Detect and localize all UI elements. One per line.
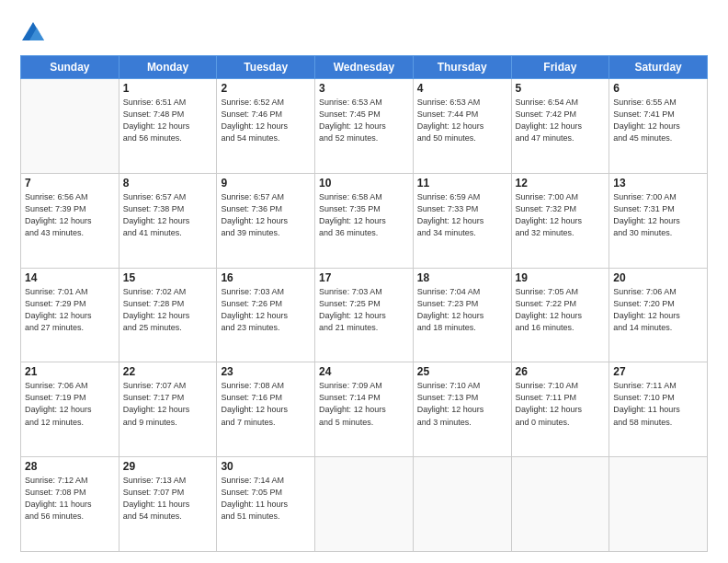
calendar-cell: 8Sunrise: 6:57 AMSunset: 7:38 PMDaylight…	[119, 173, 217, 268]
day-info: Sunrise: 7:05 AMSunset: 7:22 PMDaylight:…	[516, 286, 606, 334]
day-number: 21	[25, 365, 115, 378]
calendar-cell: 14Sunrise: 7:01 AMSunset: 7:29 PMDayligh…	[21, 268, 119, 362]
day-number: 18	[417, 271, 507, 284]
calendar-cell: 25Sunrise: 7:10 AMSunset: 7:13 PMDayligh…	[413, 362, 511, 457]
calendar-header-saturday: Saturday	[609, 56, 708, 79]
day-number: 12	[516, 177, 606, 190]
calendar-cell: 11Sunrise: 6:59 AMSunset: 7:33 PMDayligh…	[413, 173, 511, 268]
day-number: 8	[123, 177, 213, 190]
calendar-cell: 29Sunrise: 7:13 AMSunset: 7:07 PMDayligh…	[119, 457, 217, 552]
calendar-cell: 5Sunrise: 6:54 AMSunset: 7:42 PMDaylight…	[511, 79, 609, 174]
day-info: Sunrise: 6:57 AMSunset: 7:38 PMDaylight:…	[123, 191, 213, 239]
day-info: Sunrise: 7:10 AMSunset: 7:11 PMDaylight:…	[516, 380, 606, 428]
calendar-cell: 17Sunrise: 7:03 AMSunset: 7:25 PMDayligh…	[315, 268, 414, 362]
calendar-cell: 10Sunrise: 6:58 AMSunset: 7:35 PMDayligh…	[315, 173, 414, 268]
calendar-cell: 6Sunrise: 6:55 AMSunset: 7:41 PMDaylight…	[609, 79, 708, 174]
day-info: Sunrise: 7:06 AMSunset: 7:20 PMDaylight:…	[613, 286, 703, 334]
day-info: Sunrise: 7:09 AMSunset: 7:14 PMDaylight:…	[319, 380, 409, 428]
day-info: Sunrise: 6:53 AMSunset: 7:44 PMDaylight:…	[417, 97, 507, 144]
calendar-cell	[609, 457, 708, 552]
day-number: 16	[221, 271, 311, 284]
calendar-week-row: 7Sunrise: 6:56 AMSunset: 7:39 PMDaylight…	[21, 173, 708, 268]
day-info: Sunrise: 6:56 AMSunset: 7:39 PMDaylight:…	[25, 191, 115, 239]
day-info: Sunrise: 7:01 AMSunset: 7:29 PMDaylight:…	[25, 286, 115, 334]
day-info: Sunrise: 7:00 AMSunset: 7:32 PMDaylight:…	[516, 191, 606, 239]
day-number: 25	[417, 365, 507, 378]
calendar-table: SundayMondayTuesdayWednesdayThursdayFrid…	[20, 55, 708, 552]
day-info: Sunrise: 7:04 AMSunset: 7:23 PMDaylight:…	[417, 286, 507, 334]
calendar-cell: 26Sunrise: 7:10 AMSunset: 7:11 PMDayligh…	[511, 362, 609, 457]
day-number: 17	[319, 271, 409, 284]
day-number: 27	[613, 365, 703, 378]
calendar-cell: 21Sunrise: 7:06 AMSunset: 7:19 PMDayligh…	[21, 362, 119, 457]
day-number: 26	[516, 365, 606, 378]
day-info: Sunrise: 7:13 AMSunset: 7:07 PMDaylight:…	[123, 475, 213, 523]
day-number: 22	[123, 365, 213, 378]
day-number: 2	[221, 82, 311, 95]
calendar-week-row: 14Sunrise: 7:01 AMSunset: 7:29 PMDayligh…	[21, 268, 708, 362]
day-number: 20	[613, 271, 703, 284]
calendar-cell: 24Sunrise: 7:09 AMSunset: 7:14 PMDayligh…	[315, 362, 414, 457]
day-number: 10	[319, 177, 409, 190]
calendar-cell: 9Sunrise: 6:57 AMSunset: 7:36 PMDaylight…	[217, 173, 315, 268]
day-number: 24	[319, 365, 409, 378]
day-info: Sunrise: 7:10 AMSunset: 7:13 PMDaylight:…	[417, 380, 507, 428]
logo	[20, 20, 50, 46]
calendar-cell: 2Sunrise: 6:52 AMSunset: 7:46 PMDaylight…	[217, 79, 315, 174]
day-info: Sunrise: 7:11 AMSunset: 7:10 PMDaylight:…	[613, 380, 703, 428]
day-info: Sunrise: 6:59 AMSunset: 7:33 PMDaylight:…	[417, 191, 507, 239]
day-info: Sunrise: 7:12 AMSunset: 7:08 PMDaylight:…	[25, 475, 115, 523]
day-number: 4	[417, 82, 507, 95]
header	[20, 17, 708, 46]
calendar-cell: 3Sunrise: 6:53 AMSunset: 7:45 PMDaylight…	[315, 79, 414, 174]
calendar-cell	[21, 79, 119, 174]
day-number: 3	[319, 82, 409, 95]
day-info: Sunrise: 7:02 AMSunset: 7:28 PMDaylight:…	[123, 286, 213, 334]
day-info: Sunrise: 7:06 AMSunset: 7:19 PMDaylight:…	[25, 380, 115, 428]
calendar-week-row: 1Sunrise: 6:51 AMSunset: 7:48 PMDaylight…	[21, 79, 708, 174]
day-info: Sunrise: 7:14 AMSunset: 7:05 PMDaylight:…	[221, 475, 311, 523]
calendar-cell	[511, 457, 609, 552]
day-number: 30	[221, 460, 311, 473]
day-info: Sunrise: 6:54 AMSunset: 7:42 PMDaylight:…	[516, 97, 606, 144]
calendar-cell: 28Sunrise: 7:12 AMSunset: 7:08 PMDayligh…	[21, 457, 119, 552]
day-info: Sunrise: 7:03 AMSunset: 7:26 PMDaylight:…	[221, 286, 311, 334]
calendar-header-tuesday: Tuesday	[217, 56, 315, 79]
calendar-header-monday: Monday	[119, 56, 217, 79]
calendar-header-wednesday: Wednesday	[315, 56, 414, 79]
day-number: 6	[613, 82, 703, 95]
day-info: Sunrise: 6:53 AMSunset: 7:45 PMDaylight:…	[319, 97, 409, 144]
calendar-cell: 22Sunrise: 7:07 AMSunset: 7:17 PMDayligh…	[119, 362, 217, 457]
calendar-cell: 13Sunrise: 7:00 AMSunset: 7:31 PMDayligh…	[609, 173, 708, 268]
day-number: 9	[221, 177, 311, 190]
calendar-header-row: SundayMondayTuesdayWednesdayThursdayFrid…	[21, 56, 708, 79]
calendar-cell: 15Sunrise: 7:02 AMSunset: 7:28 PMDayligh…	[119, 268, 217, 362]
day-info: Sunrise: 7:00 AMSunset: 7:31 PMDaylight:…	[613, 191, 703, 239]
day-number: 14	[25, 271, 115, 284]
day-info: Sunrise: 6:55 AMSunset: 7:41 PMDaylight:…	[613, 97, 703, 144]
day-info: Sunrise: 7:03 AMSunset: 7:25 PMDaylight:…	[319, 286, 409, 334]
day-info: Sunrise: 7:08 AMSunset: 7:16 PMDaylight:…	[221, 380, 311, 428]
day-number: 5	[516, 82, 606, 95]
calendar-cell: 30Sunrise: 7:14 AMSunset: 7:05 PMDayligh…	[217, 457, 315, 552]
calendar-cell: 20Sunrise: 7:06 AMSunset: 7:20 PMDayligh…	[609, 268, 708, 362]
calendar-cell	[315, 457, 414, 552]
calendar-cell: 7Sunrise: 6:56 AMSunset: 7:39 PMDaylight…	[21, 173, 119, 268]
calendar-week-row: 21Sunrise: 7:06 AMSunset: 7:19 PMDayligh…	[21, 362, 708, 457]
calendar-cell: 12Sunrise: 7:00 AMSunset: 7:32 PMDayligh…	[511, 173, 609, 268]
day-number: 23	[221, 365, 311, 378]
calendar-cell: 23Sunrise: 7:08 AMSunset: 7:16 PMDayligh…	[217, 362, 315, 457]
day-info: Sunrise: 6:58 AMSunset: 7:35 PMDaylight:…	[319, 191, 409, 239]
calendar-header-sunday: Sunday	[21, 56, 119, 79]
day-number: 7	[25, 177, 115, 190]
day-number: 19	[516, 271, 606, 284]
calendar-cell: 1Sunrise: 6:51 AMSunset: 7:48 PMDaylight…	[119, 79, 217, 174]
calendar-week-row: 28Sunrise: 7:12 AMSunset: 7:08 PMDayligh…	[21, 457, 708, 552]
day-number: 29	[123, 460, 213, 473]
calendar-cell: 19Sunrise: 7:05 AMSunset: 7:22 PMDayligh…	[511, 268, 609, 362]
day-number: 11	[417, 177, 507, 190]
day-info: Sunrise: 6:52 AMSunset: 7:46 PMDaylight:…	[221, 97, 311, 144]
day-number: 15	[123, 271, 213, 284]
day-number: 28	[25, 460, 115, 473]
day-number: 1	[123, 82, 213, 95]
